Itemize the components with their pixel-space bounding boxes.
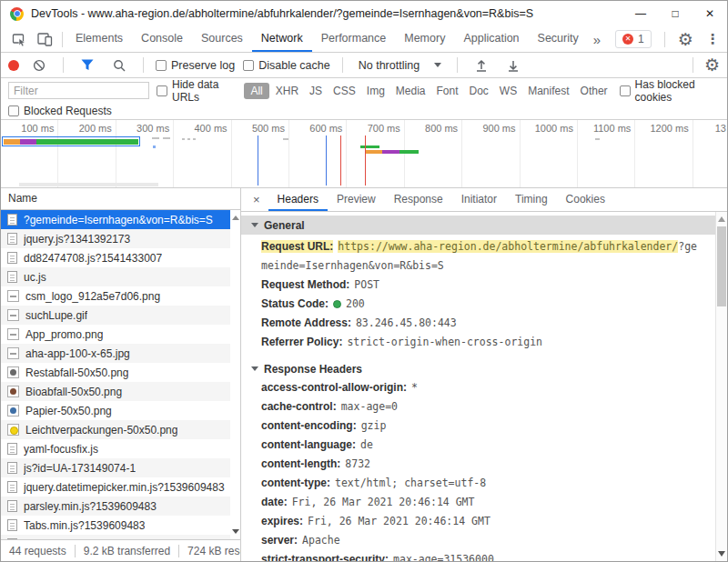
request-row[interactable]: parsley.min.js?1539609483 xyxy=(1,497,240,516)
request-row[interactable]: dd82474708.js?1541433007 xyxy=(1,248,240,267)
file-icon xyxy=(7,328,19,340)
error-badge[interactable]: ✕ 1 xyxy=(615,30,652,48)
type-filter-pill[interactable]: Manifest xyxy=(523,83,573,99)
request-name: csm_logo_912a5e7d06.png xyxy=(25,290,160,303)
request-row[interactable] xyxy=(1,535,240,539)
waterfall-bar xyxy=(152,137,159,139)
preserve-log-checkbox[interactable] xyxy=(156,60,167,71)
import-har-icon[interactable] xyxy=(470,53,493,77)
panel-tab[interactable]: Sources xyxy=(192,26,252,52)
filter-input[interactable] xyxy=(8,82,149,99)
details-scrollbar[interactable] xyxy=(715,212,727,561)
request-row[interactable]: js?id=UA-173149074-1 xyxy=(1,458,240,477)
request-row[interactable]: suchLupe.gif xyxy=(1,306,240,325)
request-name: uc.js xyxy=(24,271,46,284)
requests-scrollbar[interactable] xyxy=(230,210,240,539)
device-toolbar-icon[interactable] xyxy=(32,26,58,52)
scroll-up-icon[interactable] xyxy=(232,216,239,220)
type-filter-pill[interactable]: WS xyxy=(495,83,521,99)
file-icon xyxy=(7,366,19,378)
export-har-icon[interactable] xyxy=(501,53,525,77)
panel-tab[interactable]: Security xyxy=(529,26,588,52)
details-tab[interactable]: Timing xyxy=(506,188,557,211)
network-settings-gear-icon[interactable]: ⚙ xyxy=(704,56,720,74)
type-filter-pill[interactable]: Other xyxy=(576,83,612,99)
request-row[interactable]: App_promo.png xyxy=(1,325,240,344)
waterfall-bar xyxy=(595,138,600,140)
type-filter-pill[interactable]: Img xyxy=(362,83,389,99)
general-section-header[interactable]: General xyxy=(241,216,727,235)
request-name: yaml-focusfix.js xyxy=(24,443,98,456)
request-name: ?gemeinde=Isernhagen&von=R&bis=S xyxy=(24,214,213,226)
network-content: Name ?gemeinde=Isernhagen&von=R&bis=S jq… xyxy=(1,188,727,561)
request-row[interactable]: uc.js xyxy=(1,267,240,286)
filter-funnel-icon[interactable] xyxy=(76,53,99,77)
maximize-button[interactable]: □ xyxy=(658,1,693,26)
waterfall-overview xyxy=(1,120,727,187)
request-count: 44 requests xyxy=(9,545,66,557)
scrollbar-thumb[interactable] xyxy=(717,226,726,306)
type-filter-pill[interactable]: JS xyxy=(305,83,327,99)
details-tab[interactable]: Headers xyxy=(268,188,328,211)
response-headers-section-header[interactable]: Response Headers xyxy=(241,359,714,378)
scroll-down-icon[interactable] xyxy=(718,551,725,557)
scroll-down-icon[interactable] xyxy=(232,529,239,534)
details-tab[interactable]: Preview xyxy=(328,188,385,211)
request-row[interactable]: Tabs.min.js?1539609483 xyxy=(1,516,240,535)
request-row[interactable]: yaml-focusfix.js xyxy=(1,439,240,458)
request-row[interactable]: Bioabfall-50x50.png xyxy=(1,382,240,401)
details-tab[interactable]: Initiator xyxy=(452,188,506,211)
more-options-icon[interactable]: ⋮ xyxy=(703,31,723,47)
record-button[interactable] xyxy=(8,60,19,71)
status-bar: 44 requests 9.2 kB transferred 724 kB re… xyxy=(1,539,240,561)
panel-tab[interactable]: Application xyxy=(454,26,528,52)
type-filter-pill[interactable]: All xyxy=(244,83,268,99)
throttling-select[interactable]: No throttling xyxy=(355,59,445,72)
search-icon[interactable] xyxy=(107,53,131,77)
details-tab[interactable]: Cookies xyxy=(557,188,614,211)
divider xyxy=(457,57,458,73)
disable-cache-checkbox[interactable] xyxy=(243,60,254,71)
type-filter-pill[interactable]: Font xyxy=(432,83,463,99)
response-header-row: content-encoding:gzip xyxy=(241,416,714,436)
chevron-down-icon xyxy=(434,63,441,67)
has-blocked-cookies-checkbox[interactable] xyxy=(620,85,631,96)
name-column-header[interactable]: Name xyxy=(1,188,240,210)
type-filter-pill[interactable]: Media xyxy=(391,83,430,99)
details-tab[interactable]: Response xyxy=(385,188,452,211)
hide-data-urls-group: Hide data URLs xyxy=(157,78,237,104)
clear-icon[interactable] xyxy=(27,53,51,77)
request-row[interactable]: aha-app-100-x-65.jpg xyxy=(1,344,240,363)
network-overview[interactable]: 100 ms 200 ms 300 ms 400 ms 500 ms 600 m… xyxy=(1,120,727,188)
more-tabs-icon[interactable]: » xyxy=(588,32,606,47)
settings-gear-icon[interactable]: ⚙ xyxy=(678,31,693,48)
request-row[interactable]: jquery.js?1341392173 xyxy=(1,229,240,248)
close-button[interactable]: ✕ xyxy=(693,1,727,26)
type-filter-pill[interactable]: Doc xyxy=(465,83,493,99)
type-filter-pill[interactable]: XHR xyxy=(271,83,303,99)
file-icon xyxy=(7,519,17,531)
minimize-button[interactable]: — xyxy=(623,1,658,26)
panel-tab[interactable]: Performance xyxy=(312,26,396,52)
request-row[interactable]: Leichtverpackungen-50x50.png xyxy=(1,420,240,439)
panel-tab[interactable]: Elements xyxy=(66,26,132,52)
hide-data-urls-checkbox[interactable] xyxy=(157,85,167,96)
type-filter-pill[interactable]: CSS xyxy=(329,83,360,99)
scroll-up-icon[interactable] xyxy=(718,216,725,222)
panel-tab[interactable]: Memory xyxy=(395,26,454,52)
close-details-icon[interactable]: × xyxy=(245,193,268,206)
divider xyxy=(664,32,665,47)
inspect-element-icon[interactable] xyxy=(6,26,32,52)
response-header-row: server:Apache xyxy=(241,531,714,550)
file-icon xyxy=(7,290,19,302)
panel-tab[interactable]: Console xyxy=(132,26,192,52)
blocked-requests-checkbox[interactable] xyxy=(8,105,19,116)
collapse-caret-icon xyxy=(251,223,258,227)
request-row[interactable]: csm_logo_912a5e7d06.png xyxy=(1,286,240,306)
request-row[interactable]: Restabfall-50x50.png xyxy=(1,363,240,382)
file-icon xyxy=(7,538,17,539)
request-row[interactable]: ?gemeinde=Isernhagen&von=R&bis=S xyxy=(1,210,240,229)
panel-tab[interactable]: Network xyxy=(252,26,312,52)
request-row[interactable]: jquery.datetimepicker.min.js?1539609483 xyxy=(1,477,240,497)
request-row[interactable]: Papier-50x50.png xyxy=(1,401,240,420)
